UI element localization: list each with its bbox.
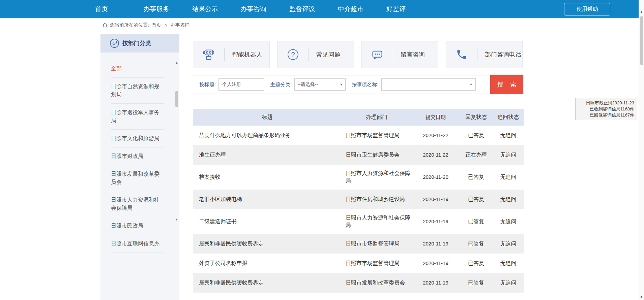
row-department: 日照市卫生健康委员会 (341, 146, 412, 164)
row-department: 日照市人力资源和社会保障局 (341, 209, 412, 234)
department-list-item[interactable]: 日照市发展和改革委员会 (111, 165, 164, 191)
row-reply-status: 已答复 (459, 127, 493, 144)
smart-robot-label: 智能机器人 (232, 51, 262, 59)
sidebar-header: 按部门分类 (100, 34, 179, 53)
scroll-up-icon[interactable]: ▲ (175, 61, 179, 65)
department-list-item[interactable]: 日照市自然资源和规划局 (111, 78, 164, 104)
table-header-row: 标题 办理部门 提交日期 回复状态 追问状态 (193, 109, 524, 126)
department-list-item[interactable]: 日照市民政局 (111, 217, 164, 235)
message-consult-label: 留言咨询 (401, 51, 425, 59)
title-search-input[interactable] (218, 78, 264, 91)
row-follow-status: 无追问 (493, 127, 524, 144)
breadcrumb-separator: > (165, 23, 167, 28)
row-title-link[interactable]: 居民和非居民供暖收费界定 (193, 274, 341, 292)
row-submit-date: 2020-11-19 (412, 191, 459, 208)
row-department: 日照市市场监督管理局 (341, 235, 412, 253)
row-title-link[interactable]: 莒县什么地方可以办理商品条形码业务 (193, 127, 341, 144)
department-list-item[interactable]: 日照市退役军人事务局 (111, 104, 164, 130)
table-row[interactable]: 莒县什么地方可以办理商品条形码业务 日照市市场监督管理局 2020-11-22 … (193, 126, 524, 145)
faq-button[interactable]: ? 常见问题 (277, 41, 354, 68)
search-button[interactable]: 搜 索 (490, 75, 523, 94)
row-department: 日照市市场监督管理局 (341, 127, 412, 144)
phone-consult-button[interactable]: 部门咨询电话 (446, 41, 523, 68)
header-follow-status: 追问状态 (493, 113, 524, 121)
table-row[interactable]: 居民和非居民供暖收费界定 日照市发展和改革委员会 2020-11-19 已答复 … (193, 273, 524, 293)
page-scrollbar-thumb[interactable] (640, 16, 643, 65)
department-list-item[interactable]: 日照市财政局 (111, 147, 164, 165)
row-reply-status: 已答复 (459, 191, 493, 208)
row-title-link[interactable]: 老旧小区加装电梯 (193, 191, 341, 208)
item-name-label: 按事项名称: (352, 81, 378, 88)
breadcrumb-home-link[interactable]: 首页 (152, 22, 161, 28)
item-name-select[interactable]: ▼ (381, 78, 476, 91)
department-list-item[interactable]: 日照市人力资源和社会保障局 (111, 191, 164, 217)
nav-item[interactable]: 办事服务 (144, 0, 192, 18)
question-icon: ? (277, 49, 309, 60)
row-follow-status: 无追问 (493, 146, 524, 164)
table-row[interactable]: 准生证办理 日照市卫生健康委员会 2020-11-22 正在办理 无追问 (193, 145, 524, 165)
message-consult-button[interactable]: 留言咨询 (361, 41, 438, 68)
row-follow-status: 无追问 (493, 274, 524, 292)
sidebar-title: 按部门分类 (122, 39, 151, 47)
sidebar-scrollbar-thumb[interactable] (175, 91, 178, 107)
row-submit-date: 2020-11-22 (412, 146, 459, 164)
row-follow-status: 无追问 (493, 213, 524, 230)
table-row[interactable]: 老旧小区加装电梯 日照市住房和城乡建设局 2020-11-19 已答复 无追问 (193, 190, 524, 209)
breadcrumb: 您当前所在的位置: 首页 > 办事咨询 (102, 21, 192, 30)
nav-item[interactable]: 结果公示 (192, 0, 241, 18)
row-title-link[interactable]: 居民和非居民供暖收费界定 (193, 235, 341, 253)
row-department: 日照市发展和改革委员会 (341, 274, 412, 292)
scroll-down-icon[interactable]: ▼ (175, 218, 179, 222)
top-nav-bar: 首页办事服务结果公示办事咨询监督评议中介超市好差评 使用帮助 (0, 0, 639, 18)
department-list-item[interactable]: 全部 (111, 60, 164, 78)
table-row[interactable]: 档案接收 日照市人力资源和社会保障局 2020-11-20 已答复 无追问 (193, 165, 524, 190)
help-button[interactable]: 使用帮助 (564, 3, 610, 15)
title-search-label: 按标题: (199, 81, 216, 88)
category-label: 主题分类: (270, 81, 292, 88)
header-title: 标题 (193, 113, 341, 121)
department-list-item[interactable]: 日照市文化和旅游局 (111, 130, 164, 147)
nav-item[interactable]: 监督评议 (289, 0, 338, 18)
row-follow-status: 无追问 (493, 191, 524, 208)
sidebar-scrollbar[interactable]: ▲ ▼ (175, 60, 179, 222)
page: 首页办事服务结果公示办事咨询监督评议中介超市好差评 使用帮助 您当前所在的位置:… (0, 0, 644, 300)
chevron-down-icon: ▼ (470, 83, 473, 86)
category-selected-value: --请选择-- (297, 81, 318, 88)
breadcrumb-current: 办事咨询 (171, 22, 189, 28)
nav-item[interactable]: 好差评 (386, 0, 435, 18)
row-title-link[interactable]: 准生证办理 (193, 146, 341, 164)
table-row[interactable]: 二级建造师证书 日照市人力资源和社会保障局 2020-11-19 已答复 无追问 (193, 209, 524, 234)
table-row[interactable]: 居民和非居民供暖收费界定 日照市市场监督管理局 2020-11-19 已答复 无… (193, 234, 524, 254)
row-department: 日照市人力资源和社会保障局 (341, 165, 412, 190)
stats-line-replied: 已回复咨询信息1167件 (578, 112, 634, 118)
breadcrumb-prefix: 您当前所在的位置: (110, 22, 149, 28)
row-submit-date: 2020-11-19 (412, 255, 459, 272)
nav-item[interactable]: 中介超市 (338, 0, 386, 18)
home-icon (102, 22, 108, 28)
nav-item[interactable]: 办事咨询 (241, 0, 289, 18)
row-title-link[interactable]: 二级建造师证书 (193, 213, 341, 230)
scroll-up-icon[interactable]: ▲ (639, 10, 644, 13)
row-title-link[interactable]: 档案接收 (193, 168, 341, 186)
header-department: 办理部门 (341, 113, 412, 121)
smart-robot-button[interactable]: 智能机器人 (193, 41, 270, 68)
table-body: 莒县什么地方可以办理商品条形码业务 日照市市场监督管理局 2020-11-22 … (193, 126, 524, 293)
row-submit-date: 2020-11-20 (412, 168, 459, 186)
row-reply-status: 正在办理 (459, 146, 493, 164)
chevron-down-icon: ▼ (340, 83, 343, 86)
table-row[interactable]: 外资子公司名称申报 日照市市场监督管理局 2020-11-19 已答复 无追问 (193, 254, 524, 273)
nav-item[interactable]: 首页 (95, 0, 144, 18)
row-reply-status: 已答复 (459, 274, 493, 292)
category-select[interactable]: --请选择-- ▼ (294, 78, 346, 91)
phone-icon (446, 49, 477, 60)
row-title-link[interactable]: 外资子公司名称申报 (193, 255, 341, 272)
scroll-down-icon[interactable]: ▼ (639, 295, 644, 299)
page-scrollbar[interactable]: ▲ ▼ (639, 0, 644, 300)
row-submit-date: 2020-11-22 (412, 127, 459, 144)
phone-consult-label: 部门咨询电话 (485, 51, 521, 59)
department-list: 全部日照市自然资源和规划局日照市退役军人事务局日照市文化和旅游局日照市财政局日照… (111, 60, 164, 253)
row-reply-status: 已答复 (459, 168, 493, 186)
department-list-item[interactable]: 日照市互联网信息办 (111, 235, 164, 253)
consultation-table: 标题 办理部门 提交日期 回复状态 追问状态 莒县什么地方可以办理商品条形码业务… (193, 109, 524, 293)
category-icon (110, 39, 119, 48)
